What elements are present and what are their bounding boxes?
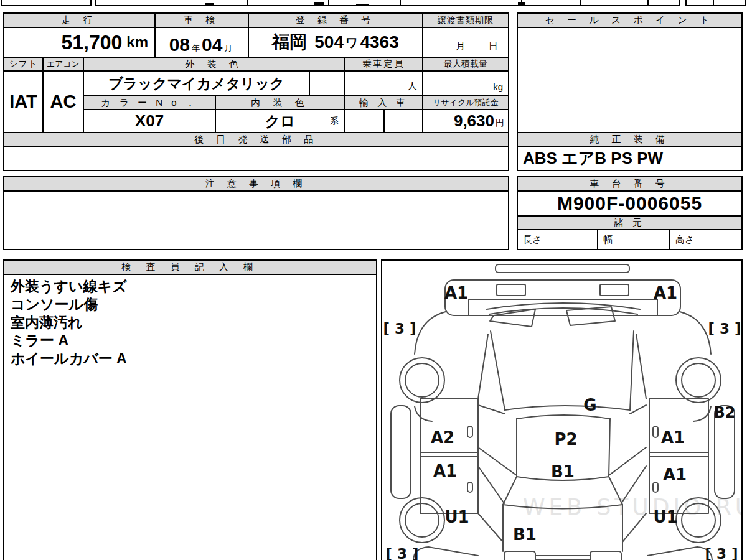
spec-length-cell: 長さ [517, 229, 598, 250]
exterior-color-value: ブラックマイカメタリック [83, 70, 310, 96]
mileage-header: 走 行 [3, 12, 156, 28]
later-parts-header: 後 日 発 送 部 品 [3, 132, 509, 147]
aircon-header: エアコン [42, 57, 84, 72]
interior-color-value: クロ [265, 111, 295, 131]
recycle-deposit-cell: 9,630 円 [422, 109, 509, 133]
inspection-header: 車 検 [154, 12, 249, 28]
transfer-day-unit: 日 [489, 40, 498, 52]
tire-mark-rear-left: [ 3 ] [385, 546, 418, 560]
max-load-cell: kg [422, 70, 509, 96]
sales-point-header: セ ー ル ス ポ イ ン ト [517, 12, 743, 28]
damage-code-roof-rear: B1 [551, 462, 575, 481]
cutoff-cell [713, 0, 746, 6]
color-no-value: X07 [83, 109, 216, 133]
equipment-value: ABS エアB PS PW [517, 146, 743, 171]
registration-region: 福岡 [272, 30, 307, 54]
registration-serial: 4363 [360, 32, 398, 52]
interior-color-header: 内 装 色 [215, 95, 345, 110]
capacity-cell: 人 [344, 70, 423, 96]
damage-code-sill-right: B2 [714, 404, 736, 421]
cutoff-cell [685, 0, 714, 6]
transfer-deadline-header: 譲渡書類期限 [422, 12, 509, 28]
damage-diagram-box: WEB STUDIO RU [381, 259, 743, 560]
imported-header: 輸 入 車 [344, 95, 423, 110]
caution-header: 注 意 事 項 欄 [3, 176, 509, 192]
cutoff-cell [95, 0, 680, 6]
damage-code-roof: P2 [554, 430, 577, 449]
aircon-value: AC [42, 70, 84, 133]
color-no-header: カ ラ ー N o ． [83, 95, 216, 110]
spec-width-cell: 幅 [597, 229, 670, 250]
inspector-body: 外装うすい線キズ コンソール傷 室内薄汚れ ミラー A ホイールカバー A [3, 274, 377, 560]
later-parts-body [3, 146, 509, 171]
chassis-value: M900F-0006055 [517, 190, 743, 217]
registration-header: 登 録 番 号 [248, 12, 423, 28]
shift-header: シフト [3, 57, 44, 72]
inspector-header: 検 査 員 記 入 欄 [3, 259, 377, 275]
transfer-month-unit: 月 [456, 40, 465, 52]
damage-code-quarter-left: U1 [444, 508, 469, 526]
inspection-month: 04 [202, 34, 222, 55]
recycle-deposit-value: 9,630 [454, 111, 494, 131]
spec-height-label: 高さ [675, 234, 694, 246]
registration-class: 504 [314, 32, 344, 52]
max-load-header: 最大積載量 [422, 57, 509, 72]
exterior-color-header: 外 装 色 [83, 57, 345, 72]
spec-height-cell: 高さ [669, 229, 743, 250]
damage-code-door-front-right: A1 [661, 428, 685, 447]
registration-cell: 福岡 504 ワ 4363 [248, 27, 423, 58]
damage-code-door-rear-right: A1 [663, 465, 687, 484]
recycle-deposit-header: リサイクル預託金 [422, 95, 509, 110]
capacity-header: 乗車定員 [344, 57, 423, 72]
sales-point-body [517, 27, 743, 133]
recycle-deposit-unit: 円 [496, 118, 504, 129]
auction-sheet: 走 行 車 検 登 録 番 号 譲渡書類期限 51,700 km 08 年 04… [0, 0, 747, 560]
spec-length-label: 長さ [523, 234, 542, 246]
max-load-unit: kg [493, 82, 503, 92]
inspector-note: ミラー A [4, 332, 376, 350]
inspection-month-unit: 月 [224, 43, 232, 54]
registration-kana: ワ [345, 34, 358, 51]
mileage-unit: km [126, 34, 148, 51]
shift-value: IAT [3, 70, 44, 133]
spec-width-label: 幅 [603, 234, 613, 246]
mileage-value: 51,700 [61, 31, 122, 54]
specs-header: 諸 元 [517, 215, 743, 230]
damage-code-rear-window: B1 [513, 525, 537, 544]
damage-code-front-left: A1 [444, 284, 468, 302]
damage-code-quarter-right: U1 [653, 508, 677, 526]
damage-code-door-rear-left: A1 [433, 462, 457, 480]
inspection-cell: 08 年 04 月 [154, 27, 249, 58]
tire-mark-front-left: [ 3 ] [383, 320, 416, 337]
damage-code-windshield: G [583, 396, 596, 414]
caution-body [3, 190, 509, 250]
cutoff-cell [1, 0, 92, 6]
capacity-unit: 人 [408, 80, 417, 92]
equipment-header: 純 正 装 備 [517, 132, 743, 147]
inspector-note: コンソール傷 [4, 296, 376, 314]
damage-code-front-right: A1 [654, 284, 677, 302]
exterior-color-extra-cell [309, 70, 345, 96]
inspection-year: 08 [169, 34, 190, 55]
inspector-note: ホイールカバー A [4, 350, 376, 368]
mileage-cell: 51,700 km [3, 27, 156, 58]
car-damage-diagram: WEB STUDIO RU [382, 261, 741, 560]
tire-mark-rear-right: [ 3 ] [705, 546, 738, 560]
tire-mark-front-right: [ 3 ] [708, 320, 741, 337]
interior-color-cell: クロ 系 [215, 109, 345, 133]
imported-cell-1 [344, 109, 385, 133]
inspector-note: 室内薄汚れ [4, 314, 376, 332]
transfer-deadline-cell: 月 日 [422, 27, 509, 58]
damage-code-door-front-left: A2 [431, 428, 454, 447]
imported-cell-2 [383, 109, 423, 133]
interior-color-suffix: 系 [330, 116, 339, 127]
inspection-year-unit: 年 [192, 43, 200, 54]
chassis-header: 車 台 番 号 [517, 176, 743, 192]
inspector-note: 外装うすい線キズ [4, 278, 376, 296]
